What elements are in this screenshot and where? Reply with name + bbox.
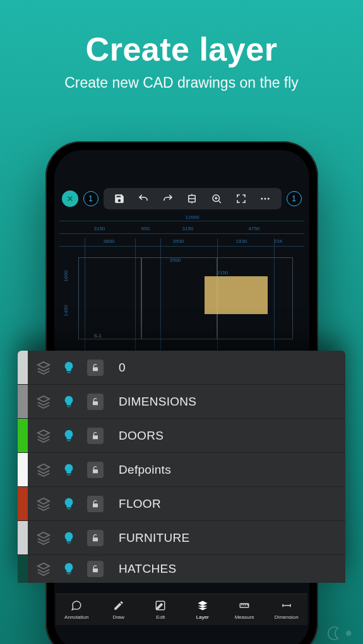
layers-icon[interactable] xyxy=(37,463,51,477)
undo-icon[interactable] xyxy=(137,192,150,205)
layer-name-label: DOORS xyxy=(115,429,164,443)
annotation-icon xyxy=(71,600,82,612)
dim-top-0: 3150 xyxy=(94,226,105,231)
top-toolbar: 1 1 xyxy=(62,188,302,209)
layer-color-swatch[interactable] xyxy=(18,419,28,452)
svg-point-2 xyxy=(261,198,263,200)
nav-label: Dimension xyxy=(275,614,299,620)
bulb-icon[interactable] xyxy=(62,562,76,576)
svg-point-14 xyxy=(347,631,351,636)
layer-name-label: 0 xyxy=(115,361,126,375)
svg-rect-8 xyxy=(93,469,98,473)
nav-label: Edit xyxy=(156,614,165,620)
bulb-icon[interactable] xyxy=(62,531,76,545)
dim-r2-3: 234 xyxy=(274,238,282,244)
svg-point-4 xyxy=(268,198,270,200)
layer-row[interactable]: DOORS xyxy=(18,419,345,453)
layer-row[interactable]: DIMENSIONS xyxy=(18,385,345,419)
dim-r2-1: 3500 xyxy=(173,238,184,244)
nav-label: Annotation xyxy=(64,614,88,620)
layer-name-label: HATCHES xyxy=(115,562,176,576)
layer-color-swatch[interactable] xyxy=(18,521,28,554)
draw-icon xyxy=(113,600,124,612)
layer-color-swatch[interactable] xyxy=(18,487,28,520)
toolbar-actions xyxy=(104,188,282,209)
layer-icon xyxy=(197,600,208,612)
layer-name-label: DIMENSIONS xyxy=(115,395,196,409)
layer-color-swatch[interactable] xyxy=(18,453,28,486)
dim-left-1: 1450 xyxy=(63,305,69,317)
svg-rect-6 xyxy=(93,401,98,405)
bulb-icon[interactable] xyxy=(62,395,76,409)
nav-annotation[interactable]: Annotation xyxy=(56,600,98,620)
layers-icon[interactable] xyxy=(37,361,51,375)
layer-name-label: FLOOR xyxy=(115,497,161,511)
dim-top-2: 3150 xyxy=(182,226,194,231)
lock-icon[interactable] xyxy=(87,496,104,512)
room-label: S-1 xyxy=(94,333,102,339)
layer-badge-2[interactable]: 1 xyxy=(287,191,302,206)
layers-icon[interactable] xyxy=(37,395,51,409)
bulb-icon[interactable] xyxy=(62,361,76,375)
measure-icon xyxy=(239,600,250,612)
dim-overall: 12000 xyxy=(186,214,199,220)
layer-row[interactable]: HATCHES xyxy=(18,555,345,583)
nav-label: Measure xyxy=(235,614,254,620)
layer-color-swatch[interactable] xyxy=(18,385,28,418)
hero-title: Create layer xyxy=(0,30,363,68)
layers-icon[interactable] xyxy=(37,429,51,443)
layer-color-swatch[interactable] xyxy=(18,555,28,583)
more-icon[interactable] xyxy=(259,192,271,205)
layer-badge-1[interactable]: 1 xyxy=(83,191,98,206)
layer-name-label: FURNITURE xyxy=(115,531,189,545)
nav-label: Layer xyxy=(196,614,209,620)
edit-icon xyxy=(155,600,166,612)
layer-row[interactable]: 0 xyxy=(18,351,345,385)
snap-icon[interactable] xyxy=(186,192,198,205)
zoom-icon[interactable] xyxy=(210,192,223,205)
bulb-icon[interactable] xyxy=(62,497,76,511)
nav-layer[interactable]: Layer xyxy=(182,600,224,620)
bottom-nav: AnnotationDrawEditLayerMeasureDimension xyxy=(56,594,307,625)
nav-measure[interactable]: Measure xyxy=(223,600,266,620)
blueprint-canvas[interactable]: 12000 3150 950 3150 4750 3800 3500 1830 … xyxy=(59,213,304,352)
svg-rect-10 xyxy=(93,537,98,541)
layer-row[interactable]: FLOOR xyxy=(18,487,345,521)
bulb-icon[interactable] xyxy=(62,463,76,477)
lock-icon[interactable] xyxy=(87,360,104,376)
dimension-icon xyxy=(281,600,292,612)
dim-top-1: 950 xyxy=(141,226,150,231)
lock-icon[interactable] xyxy=(87,428,104,444)
dim-r2-0: 3800 xyxy=(104,238,115,244)
svg-point-3 xyxy=(265,198,266,200)
layer-row[interactable]: Defpoints xyxy=(18,453,345,487)
svg-rect-9 xyxy=(93,503,98,507)
close-icon xyxy=(66,195,74,202)
layer-color-swatch[interactable] xyxy=(18,351,28,384)
close-button[interactable] xyxy=(62,190,78,207)
bulb-icon[interactable] xyxy=(62,429,76,443)
layers-icon[interactable] xyxy=(37,497,51,511)
layer-name-label: Defpoints xyxy=(115,463,171,477)
nav-draw[interactable]: Draw xyxy=(98,600,140,620)
svg-rect-5 xyxy=(93,367,98,371)
fullscreen-icon[interactable] xyxy=(235,192,247,205)
redo-icon[interactable] xyxy=(162,192,174,205)
nav-label: Draw xyxy=(112,614,124,620)
watermark-icon xyxy=(324,624,359,643)
svg-rect-7 xyxy=(93,435,98,439)
lock-icon[interactable] xyxy=(87,394,104,410)
layers-icon[interactable] xyxy=(37,562,51,576)
layer-panel: 0DIMENSIONSDOORSDefpointsFLOORFURNITUREH… xyxy=(18,351,345,583)
layers-icon[interactable] xyxy=(37,531,51,545)
lock-icon[interactable] xyxy=(87,561,104,577)
save-icon[interactable] xyxy=(113,192,126,205)
nav-dimension[interactable]: Dimension xyxy=(266,600,308,620)
highlight-region xyxy=(205,276,268,314)
lock-icon[interactable] xyxy=(87,462,104,478)
lock-icon[interactable] xyxy=(87,530,104,546)
layer-row[interactable]: FURNITURE xyxy=(18,521,345,555)
dim-left-0: 1600 xyxy=(63,271,69,282)
dim-top-3: 4750 xyxy=(249,226,260,231)
nav-edit[interactable]: Edit xyxy=(140,600,182,620)
